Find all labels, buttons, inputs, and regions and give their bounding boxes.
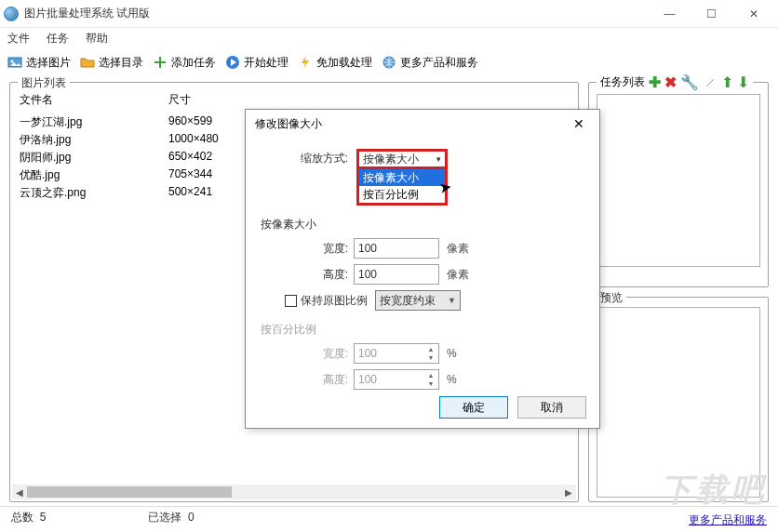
chevron-down-icon: ▼ (448, 296, 456, 305)
menu-file[interactable]: 文件 (7, 31, 30, 47)
dialog-close-button[interactable]: ✕ (568, 116, 590, 131)
preview-title: 预览 (597, 290, 626, 306)
pct-width-unit: % (447, 347, 457, 360)
pct-width-input: 100▲▼ (354, 343, 439, 364)
scroll-left-icon[interactable]: ◀ (12, 485, 27, 499)
menu-help[interactable]: 帮助 (86, 31, 108, 47)
task-down-icon[interactable]: ⬇ (737, 73, 749, 91)
task-list-box[interactable] (597, 94, 760, 267)
image-icon (7, 55, 22, 70)
task-wand-icon[interactable]: ⟋ (703, 74, 718, 91)
window-titlebar: 图片批量处理系统 试用版 — ☐ ✕ (0, 0, 778, 28)
task-list-panel: 任务列表 ✚ ✖ 🔧 ⟋ ⬆ ⬇ (588, 82, 769, 287)
height-input[interactable]: 100 (354, 264, 439, 285)
scroll-thumb[interactable] (27, 486, 232, 498)
menu-task[interactable]: 任务 (47, 31, 69, 47)
minimize-button[interactable]: — (649, 1, 691, 27)
svg-point-1 (11, 60, 14, 63)
scale-method-dropdown: 按像素大小 按百分比例 (356, 169, 448, 206)
select-image-button[interactable]: 选择图片 (7, 55, 71, 71)
select-image-label: 选择图片 (26, 55, 71, 71)
height-label: 高度: (261, 267, 354, 283)
close-button[interactable]: ✕ (732, 1, 774, 27)
pct-height-label: 高度: (261, 372, 354, 388)
maximize-button[interactable]: ☐ (691, 1, 732, 27)
select-dir-button[interactable]: 选择目录 (80, 55, 143, 71)
horizontal-scrollbar[interactable]: ◀ ▶ (12, 485, 576, 499)
status-total: 总数 5 (11, 510, 46, 525)
keep-ratio-label: 保持原图比例 (301, 293, 368, 309)
scale-method-label: 缩放方式: (261, 151, 354, 166)
play-icon (225, 55, 240, 70)
menu-bar: 文件 任务 帮助 (0, 28, 778, 48)
bolt-icon (298, 55, 313, 70)
add-task-button[interactable]: 添加任务 (153, 55, 216, 71)
add-task-label: 添加任务 (171, 55, 216, 71)
free-plugin-label: 免加载处理 (316, 55, 372, 71)
file-list-title: 图片列表 (18, 75, 70, 91)
scale-method-selected[interactable]: 按像素大小 ▾ (356, 149, 448, 169)
spinner-down-icon: ▼ (424, 353, 437, 362)
task-delete-icon[interactable]: ✖ (664, 73, 677, 91)
start-button[interactable]: 开始处理 (225, 55, 288, 71)
spinner-down-icon: ▼ (424, 379, 437, 388)
footer-more-link[interactable]: 更多产品和服务 (689, 512, 767, 528)
free-plugin-button[interactable]: 免加载处理 (298, 55, 372, 71)
spinner-up-icon: ▲ (424, 371, 437, 379)
main-toolbar: 选择图片 选择目录 添加任务 开始处理 免加载处理 更多产品和服务 (0, 48, 778, 76)
scroll-right-icon[interactable]: ▶ (561, 485, 576, 499)
task-list-title: 任务列表 (600, 74, 645, 90)
scale-option-pixel[interactable]: 按像素大小 (359, 169, 445, 186)
col-size[interactable]: 尺寸 (168, 92, 191, 108)
app-icon (4, 7, 19, 21)
dialog-titlebar[interactable]: 修改图像大小 ✕ (246, 110, 599, 138)
preview-box (597, 307, 760, 498)
more-products-label: 更多产品和服务 (400, 55, 478, 71)
ratio-mode-combo[interactable]: 按宽度约束 ▼ (375, 290, 461, 311)
ok-button[interactable]: 确定 (439, 396, 508, 419)
percent-section-title: 按百分比例 (261, 322, 584, 338)
pct-height-input: 100▲▼ (354, 369, 439, 390)
pct-width-label: 宽度: (261, 346, 354, 362)
right-column: 任务列表 ✚ ✖ 🔧 ⟋ ⬆ ⬇ 预览 (588, 82, 769, 502)
spinner-up-icon: ▲ (424, 345, 437, 353)
status-bar: 总数 5 已选择 0 (0, 506, 778, 528)
window-title: 图片批量处理系统 试用版 (24, 6, 649, 21)
scale-method-combo[interactable]: 按像素大小 ▾ 按像素大小 按百分比例 (356, 149, 448, 206)
col-filename[interactable]: 文件名 (20, 92, 168, 108)
keep-ratio-checkbox[interactable] (285, 295, 297, 307)
more-products-button[interactable]: 更多产品和服务 (382, 55, 478, 71)
dialog-title: 修改图像大小 (255, 116, 568, 132)
pixel-section-title: 按像素大小 (261, 217, 584, 233)
task-up-icon[interactable]: ⬆ (721, 73, 733, 91)
width-input[interactable]: 100 (354, 238, 439, 259)
width-unit: 像素 (447, 241, 469, 257)
preview-panel: 预览 (588, 297, 769, 502)
folder-icon (80, 55, 95, 70)
select-dir-label: 选择目录 (99, 55, 143, 71)
status-selected: 已选择 0 (148, 510, 194, 525)
start-label: 开始处理 (244, 55, 288, 71)
cancel-button[interactable]: 取消 (517, 396, 586, 419)
globe-icon (382, 55, 396, 70)
height-unit: 像素 (447, 267, 469, 283)
width-label: 宽度: (261, 241, 354, 257)
plus-icon (153, 55, 168, 70)
pct-height-unit: % (447, 373, 457, 386)
scale-option-percent[interactable]: 按百分比例 (359, 186, 445, 203)
task-add-icon[interactable]: ✚ (649, 73, 661, 91)
chevron-down-icon: ▾ (436, 154, 441, 164)
task-config-icon[interactable]: 🔧 (680, 73, 699, 91)
